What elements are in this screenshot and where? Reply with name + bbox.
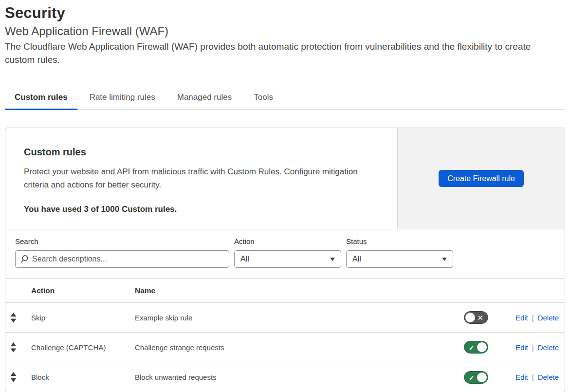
drag-reorder-icon[interactable] bbox=[10, 372, 17, 382]
table-row: Skip Example skip rule ✕ Edit | Delete bbox=[5, 303, 565, 333]
action-filter-label: Action bbox=[234, 237, 341, 245]
rule-enabled-toggle[interactable]: ✕ bbox=[464, 311, 488, 324]
panel-header-text: Custom rules Protect your website and AP… bbox=[5, 128, 397, 229]
rule-action: Block bbox=[31, 373, 135, 381]
rule-name: Block unwanted requests bbox=[135, 373, 464, 381]
custom-rules-panel: Custom rules Protect your website and AP… bbox=[5, 128, 565, 392]
table-row: Block Block unwanted requests ✓ Edit | D… bbox=[5, 362, 565, 392]
edit-link[interactable]: Edit bbox=[515, 314, 528, 322]
rule-enabled-toggle[interactable]: ✓ bbox=[464, 371, 488, 384]
toggle-knob bbox=[477, 342, 487, 352]
action-column-header: Action bbox=[31, 286, 135, 295]
status-filter-label: Status bbox=[346, 237, 453, 245]
chevron-down-icon bbox=[442, 258, 447, 261]
tab-custom-rules[interactable]: Custom rules bbox=[5, 89, 77, 110]
waf-tab-bar: Custom rules Rate limiting rules Managed… bbox=[5, 89, 565, 110]
page-title: Security bbox=[5, 3, 565, 23]
delete-link[interactable]: Delete bbox=[538, 373, 559, 381]
link-separator: | bbox=[532, 314, 534, 322]
toggle-knob bbox=[477, 373, 487, 382]
status-filter-select[interactable]: All bbox=[346, 250, 453, 268]
section-description: The Cloudflare Web Application Firewall … bbox=[5, 40, 562, 66]
toggle-state-icon: ✓ bbox=[469, 341, 475, 354]
status-filter: Status All bbox=[346, 237, 453, 268]
panel-header: Custom rules Protect your website and AP… bbox=[5, 128, 565, 229]
status-filter-value: All bbox=[352, 255, 361, 263]
action-filter: Action All bbox=[234, 237, 341, 268]
rule-name: Example skip rule bbox=[135, 314, 464, 322]
search-label: Search bbox=[15, 237, 229, 245]
rule-name: Challenge strange requests bbox=[135, 343, 464, 352]
table-row: Challenge (CAPTCHA) Challenge strange re… bbox=[5, 333, 565, 362]
edit-link[interactable]: Edit bbox=[515, 343, 528, 352]
tab-managed-rules[interactable]: Managed rules bbox=[167, 89, 241, 110]
tab-tools[interactable]: Tools bbox=[244, 89, 283, 110]
action-filter-value: All bbox=[240, 255, 249, 263]
edit-link[interactable]: Edit bbox=[515, 373, 528, 381]
toggle-state-icon: ✕ bbox=[477, 312, 483, 324]
table-header-row: Action Name bbox=[5, 279, 565, 303]
link-separator: | bbox=[532, 373, 534, 381]
rule-action: Skip bbox=[31, 314, 135, 322]
link-separator: | bbox=[532, 343, 534, 352]
panel-header-action-area: Create Firewall rule bbox=[397, 128, 565, 229]
panel-description: Protect your website and API from malici… bbox=[24, 165, 378, 191]
usage-note: You have used 3 of 1000 Custom rules. bbox=[24, 205, 378, 214]
name-column-header: Name bbox=[135, 286, 464, 295]
security-page: Security Web Application Firewall (WAF) … bbox=[0, 0, 570, 392]
drag-reorder-icon[interactable] bbox=[10, 313, 17, 323]
search-filter: Search bbox=[15, 237, 229, 268]
filter-bar: Search Action All Status bbox=[5, 229, 565, 279]
tab-rate-limiting-rules[interactable]: Rate limiting rules bbox=[80, 89, 165, 110]
rule-enabled-toggle[interactable]: ✓ bbox=[464, 341, 488, 354]
delete-link[interactable]: Delete bbox=[538, 314, 559, 322]
chevron-down-icon bbox=[330, 258, 335, 261]
toggle-knob bbox=[465, 313, 475, 322]
toggle-state-icon: ✓ bbox=[469, 372, 475, 384]
drag-reorder-icon[interactable] bbox=[10, 342, 17, 353]
custom-rules-table: Action Name Skip Example skip rule bbox=[5, 279, 565, 392]
rule-action: Challenge (CAPTCHA) bbox=[31, 343, 135, 352]
section-subtitle: Web Application Firewall (WAF) bbox=[5, 23, 565, 39]
create-firewall-rule-button[interactable]: Create Firewall rule bbox=[439, 170, 524, 187]
panel-heading: Custom rules bbox=[24, 147, 378, 158]
delete-link[interactable]: Delete bbox=[538, 343, 559, 352]
search-input[interactable] bbox=[15, 250, 229, 268]
action-filter-select[interactable]: All bbox=[234, 250, 341, 268]
